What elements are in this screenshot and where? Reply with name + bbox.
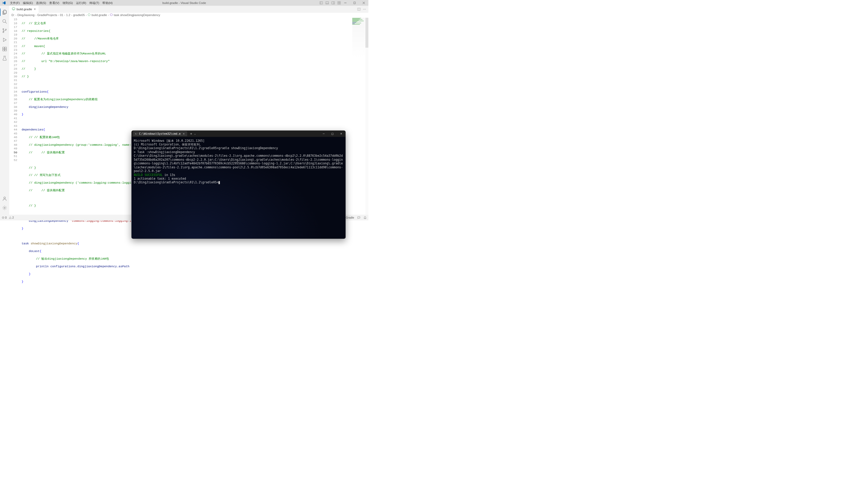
terminal-tab-close-icon[interactable]: × bbox=[182, 132, 185, 135]
vertical-scrollbar[interactable] bbox=[365, 18, 369, 215]
crumb-0[interactable]: D: bbox=[12, 14, 15, 17]
svg-point-24 bbox=[4, 207, 5, 209]
cmd-icon: C:\ bbox=[135, 132, 138, 135]
svg-point-16 bbox=[3, 29, 4, 30]
menu-help[interactable]: 帮助(H) bbox=[101, 0, 114, 6]
gradle-file-icon bbox=[88, 13, 90, 17]
svg-point-25 bbox=[12, 7, 15, 10]
terminal-body[interactable]: Microsoft Windows [版本 10.0.22621.1265] (… bbox=[131, 137, 346, 239]
beaker-icon bbox=[2, 56, 7, 61]
search-icon bbox=[2, 19, 7, 24]
svg-rect-22 bbox=[5, 47, 6, 49]
menu-view[interactable]: 查看(V) bbox=[48, 0, 61, 6]
svg-point-23 bbox=[4, 197, 5, 199]
window-title: build.gradle - Visual Studio Code bbox=[162, 1, 206, 5]
crumb-6[interactable]: build.gradle bbox=[88, 13, 107, 17]
menu-go[interactable]: 转到(G) bbox=[61, 0, 74, 6]
svg-point-29 bbox=[364, 9, 365, 10]
menu-file[interactable]: 文件(F) bbox=[8, 0, 22, 6]
crumb-7[interactable]: task showDingjiaxiongDependency bbox=[110, 13, 160, 17]
terminal-new-tab[interactable]: + bbox=[188, 132, 194, 136]
tab-bar: build.gradle × bbox=[9, 6, 369, 13]
status-language[interactable]: Gradle bbox=[346, 216, 354, 219]
svg-point-17 bbox=[3, 32, 4, 33]
activity-testing[interactable] bbox=[0, 54, 9, 63]
crumb-5[interactable]: gradle05 bbox=[73, 14, 85, 17]
close-button[interactable] bbox=[359, 0, 369, 6]
svg-rect-2 bbox=[326, 2, 329, 4]
activity-bar bbox=[0, 6, 9, 215]
activity-run[interactable] bbox=[0, 35, 9, 44]
svg-point-28 bbox=[363, 9, 364, 10]
scrollbar-thumb[interactable] bbox=[365, 18, 369, 48]
terminal-window: C:\ C:\Windows\System32\cmd.e × + ⌄ — □ … bbox=[131, 130, 346, 238]
terminal-cursor bbox=[218, 181, 220, 184]
svg-rect-20 bbox=[3, 49, 4, 51]
menu-selection[interactable]: 选择(S) bbox=[34, 0, 48, 6]
svg-point-30 bbox=[365, 9, 366, 10]
bell-icon[interactable] bbox=[364, 216, 366, 219]
svg-rect-9 bbox=[339, 3, 341, 4]
line-number-gutter: 1516171819202122232425262728293031323334… bbox=[9, 18, 21, 215]
terminal-close[interactable]: × bbox=[337, 130, 345, 137]
play-icon bbox=[2, 37, 7, 42]
customize-layout-icon[interactable] bbox=[338, 1, 341, 4]
tab-build-gradle[interactable]: build.gradle × bbox=[9, 6, 39, 13]
terminal-minimize[interactable]: — bbox=[319, 130, 328, 137]
extensions-icon bbox=[2, 47, 7, 52]
status-problems[interactable]: 0 2 bbox=[2, 216, 14, 219]
svg-rect-21 bbox=[5, 49, 6, 51]
menu-bar: 文件(F) 编辑(E) 选择(S) 查看(V) 转到(G) 运行(R) 终端(T… bbox=[8, 0, 114, 6]
svg-point-31 bbox=[88, 14, 90, 16]
minimize-button[interactable] bbox=[341, 0, 350, 6]
svg-rect-4 bbox=[332, 2, 335, 4]
svg-text:C:\: C:\ bbox=[135, 133, 137, 135]
tab-filename: build.gradle bbox=[17, 7, 32, 11]
vscode-logo-icon bbox=[2, 1, 6, 5]
toggle-panel-left-icon[interactable] bbox=[320, 1, 323, 4]
titlebar: 文件(F) 编辑(E) 选择(S) 查看(V) 转到(G) 运行(R) 终端(T… bbox=[0, 0, 369, 6]
account-icon bbox=[2, 196, 7, 201]
menu-edit[interactable]: 编辑(E) bbox=[21, 0, 34, 6]
svg-rect-6 bbox=[338, 2, 339, 3]
crumb-2[interactable]: GradleProjects bbox=[37, 14, 57, 17]
activity-scm[interactable] bbox=[0, 26, 9, 35]
branch-icon bbox=[2, 28, 7, 33]
maximize-button[interactable] bbox=[350, 0, 359, 6]
toggle-panel-bottom-icon[interactable] bbox=[325, 1, 329, 4]
minimap[interactable] bbox=[352, 18, 365, 58]
activity-search[interactable] bbox=[0, 17, 9, 26]
crumb-4[interactable]: 1.2 bbox=[66, 14, 70, 17]
more-actions-icon[interactable] bbox=[363, 7, 366, 11]
activity-settings[interactable] bbox=[0, 203, 9, 213]
window-controls bbox=[341, 0, 369, 6]
terminal-titlebar: C:\ C:\Windows\System32\cmd.e × + ⌄ — □ … bbox=[131, 130, 346, 137]
crumb-3[interactable]: 01 bbox=[60, 14, 64, 17]
svg-rect-11 bbox=[354, 2, 356, 4]
menu-run[interactable]: 运行(R) bbox=[74, 0, 88, 6]
svg-rect-0 bbox=[320, 2, 323, 4]
toggle-panel-right-icon[interactable] bbox=[332, 1, 335, 4]
crumb-1[interactable]: DingJiaxiong bbox=[17, 14, 34, 17]
svg-rect-7 bbox=[339, 2, 341, 3]
activity-account[interactable] bbox=[0, 194, 9, 203]
feedback-icon[interactable] bbox=[357, 216, 360, 219]
svg-point-18 bbox=[5, 29, 6, 30]
svg-point-14 bbox=[3, 19, 5, 22]
breadcrumb[interactable]: D:› DingJiaxiong› GradleProjects› 01› 1.… bbox=[9, 13, 369, 18]
activity-extensions[interactable] bbox=[0, 44, 9, 54]
terminal-maximize[interactable]: □ bbox=[328, 130, 337, 137]
tab-close-icon[interactable]: × bbox=[33, 7, 36, 11]
activity-explorer[interactable] bbox=[0, 7, 9, 17]
split-editor-icon[interactable] bbox=[357, 7, 360, 11]
terminal-dropdown-icon[interactable]: ⌄ bbox=[194, 132, 196, 135]
gradle-file-icon bbox=[12, 7, 15, 11]
svg-rect-19 bbox=[3, 47, 4, 49]
symbol-method-icon bbox=[110, 13, 113, 17]
layout-controls bbox=[320, 1, 341, 4]
svg-line-15 bbox=[5, 22, 7, 24]
terminal-tab[interactable]: C:\ C:\Windows\System32\cmd.e × bbox=[133, 131, 187, 136]
menu-terminal[interactable]: 终端(T) bbox=[88, 0, 101, 6]
files-icon bbox=[2, 10, 7, 15]
svg-rect-8 bbox=[338, 3, 339, 4]
